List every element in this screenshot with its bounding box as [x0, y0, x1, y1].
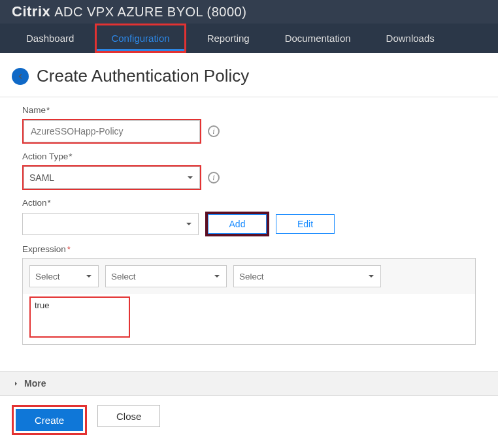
tab-dashboard[interactable]: Dashboard: [12, 24, 88, 53]
more-label: More: [24, 378, 46, 389]
action-type-value: SAML: [29, 172, 54, 183]
select-placeholder: Select: [239, 272, 264, 281]
tab-label: Documentation: [285, 33, 351, 44]
add-button[interactable]: Add: [208, 214, 267, 234]
chevron-down-icon: [186, 174, 194, 182]
expression-select-1[interactable]: Select: [29, 265, 99, 287]
tab-configuration[interactable]: Configuration: [97, 25, 184, 51]
app-header: Citrix ADC VPX AZURE BYOL (8000): [0, 0, 498, 24]
main-nav: Dashboard Configuration Reporting Docume…: [0, 24, 498, 53]
button-label: Close: [116, 411, 141, 422]
button-label: Create: [35, 415, 64, 426]
tab-reporting[interactable]: Reporting: [193, 24, 264, 53]
name-label: Name: [22, 105, 476, 115]
back-button[interactable]: [12, 68, 29, 85]
arrow-left-icon: [16, 72, 24, 80]
chevron-down-icon: [367, 272, 375, 280]
button-label: Add: [229, 219, 246, 229]
page-body: Create Authentication Policy Name i Acti…: [0, 53, 498, 448]
button-label: Edit: [297, 219, 313, 229]
brand-rest: ADC VPX AZURE BYOL (8000): [54, 5, 246, 20]
expression-select-3[interactable]: Select: [233, 265, 381, 287]
footer: Create Close: [0, 396, 498, 444]
create-button[interactable]: Create: [16, 409, 83, 431]
tab-label: Configuration: [111, 33, 169, 44]
brand-bold: Citrix: [12, 3, 50, 20]
info-icon[interactable]: i: [208, 172, 220, 184]
tab-label: Downloads: [386, 33, 435, 44]
action-label: Action: [22, 198, 476, 208]
tab-label: Dashboard: [26, 33, 74, 44]
select-placeholder: Select: [35, 272, 60, 281]
edit-button[interactable]: Edit: [276, 214, 335, 234]
form: Name i Action Type SAML i Ac: [0, 97, 498, 353]
tab-documentation[interactable]: Documentation: [271, 24, 365, 53]
action-type-label: Action Type: [22, 152, 476, 161]
select-placeholder: Select: [111, 272, 136, 281]
more-expand[interactable]: More: [0, 371, 498, 396]
chevron-down-icon: [213, 272, 221, 280]
name-input[interactable]: [24, 120, 200, 142]
expression-label: Expression*: [22, 244, 476, 254]
expression-select-2[interactable]: Select: [105, 265, 227, 287]
caret-right-icon: [13, 381, 19, 387]
action-select[interactable]: [22, 213, 199, 235]
page-title: Create Authentication Policy: [37, 66, 249, 86]
tab-label: Reporting: [207, 33, 250, 44]
action-type-select[interactable]: SAML: [24, 167, 200, 189]
expression-box: Select Select Select: [22, 258, 476, 345]
tab-downloads[interactable]: Downloads: [372, 24, 449, 53]
chevron-down-icon: [185, 220, 193, 228]
chevron-down-icon: [85, 272, 93, 280]
info-icon[interactable]: i: [208, 125, 220, 137]
expression-textarea[interactable]: [31, 298, 129, 334]
close-button[interactable]: Close: [97, 405, 160, 427]
